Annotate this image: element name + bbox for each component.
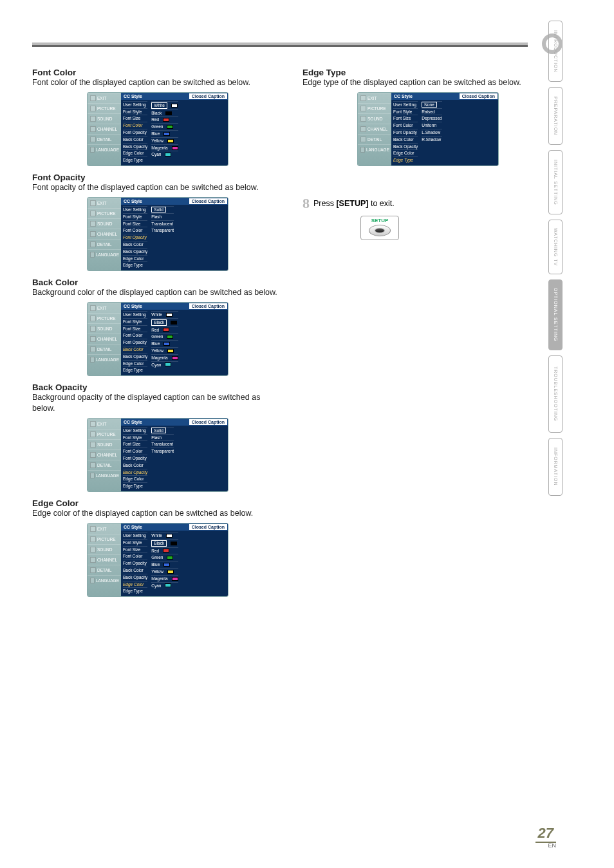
- nav-detail[interactable]: DETAIL: [88, 239, 121, 249]
- opt-translucent[interactable]: Translucent: [151, 220, 174, 227]
- nav-language[interactable]: LANGUAGE: [88, 470, 121, 480]
- item-font-style[interactable]: Font Style: [123, 434, 147, 440]
- item-edge-color[interactable]: Edge Color: [123, 149, 147, 156]
- item-font-color[interactable]: Font Color: [123, 122, 147, 128]
- opt-uniform[interactable]: Uniform: [422, 122, 442, 128]
- opt-green[interactable]: Green: [151, 123, 178, 129]
- item-font-size[interactable]: Font Size: [123, 546, 147, 552]
- item-font-color[interactable]: Font Color: [123, 227, 147, 233]
- item-font-opacity[interactable]: Font Opacity: [123, 129, 147, 135]
- opt-magenta[interactable]: Magenta: [151, 144, 178, 151]
- item-font-style[interactable]: Font Style: [123, 318, 147, 325]
- item-edge-type[interactable]: Edge Type: [123, 587, 147, 594]
- opt-green[interactable]: Green: [151, 554, 178, 560]
- item-back-color[interactable]: Back Color: [123, 136, 147, 142]
- item-font-opacity[interactable]: Font Opacity: [393, 129, 418, 135]
- item-font-opacity[interactable]: Font Opacity: [123, 234, 147, 240]
- nav-detail[interactable]: DETAIL: [88, 460, 121, 470]
- nav-sound[interactable]: SOUND: [88, 113, 121, 124]
- item-font-size[interactable]: Font Size: [393, 115, 418, 121]
- item-font-style[interactable]: Font Style: [123, 108, 147, 115]
- item-font-size[interactable]: Font Size: [123, 440, 147, 447]
- opt-magenta[interactable]: Magenta: [151, 354, 178, 361]
- nav-picture[interactable]: PICTURE: [88, 103, 121, 113]
- item-edge-color[interactable]: Edge Color: [123, 581, 147, 587]
- item-font-opacity[interactable]: Font Opacity: [123, 455, 147, 461]
- nav-picture[interactable]: PICTURE: [88, 534, 121, 544]
- item-edge-type[interactable]: Edge Type: [123, 366, 147, 373]
- opt-none[interactable]: None: [422, 101, 442, 108]
- nav-detail[interactable]: DETAIL: [88, 565, 121, 575]
- nav-sound[interactable]: SOUND: [358, 113, 391, 124]
- opt-solid[interactable]: Solid: [151, 206, 174, 212]
- item-back-color[interactable]: Back Color: [123, 567, 147, 573]
- nav-picture[interactable]: PICTURE: [88, 208, 121, 218]
- item-font-size[interactable]: Font Size: [123, 115, 147, 121]
- opt-transparent[interactable]: Transparent: [151, 227, 174, 233]
- item-user-setting[interactable]: User Setting: [123, 532, 147, 538]
- opt-red[interactable]: Red: [151, 326, 178, 333]
- nav-channel[interactable]: CHANNEL: [88, 124, 121, 134]
- opt-black[interactable]: Black: [151, 318, 178, 326]
- nav-sound[interactable]: SOUND: [88, 544, 121, 554]
- opt-white[interactable]: White: [151, 101, 178, 109]
- item-edge-type[interactable]: Edge Type: [123, 482, 147, 489]
- opt-white[interactable]: White: [151, 311, 178, 317]
- nav-exit[interactable]: EXIT: [88, 419, 121, 429]
- item-user-setting[interactable]: User Setting: [123, 427, 147, 433]
- side-tab-troubleshooting[interactable]: TROUBLESHOOTING: [548, 355, 563, 433]
- item-back-opacity[interactable]: Back Opacity: [123, 469, 147, 475]
- item-font-style[interactable]: Font Style: [393, 108, 418, 115]
- opt-yellow[interactable]: Yellow: [151, 137, 178, 144]
- item-edge-color[interactable]: Edge Color: [393, 149, 418, 156]
- item-edge-type[interactable]: Edge Type: [123, 156, 147, 163]
- nav-sound[interactable]: SOUND: [88, 218, 121, 229]
- item-back-color[interactable]: Back Color: [123, 241, 147, 247]
- item-font-size[interactable]: Font Size: [123, 220, 147, 227]
- opt-flash[interactable]: Flash: [151, 213, 174, 220]
- opt-black[interactable]: Black: [151, 109, 178, 116]
- opt-red[interactable]: Red: [151, 116, 178, 122]
- opt-blue[interactable]: Blue: [151, 340, 178, 346]
- opt-black[interactable]: Black: [151, 539, 178, 547]
- nav-sound[interactable]: SOUND: [88, 439, 121, 449]
- nav-detail[interactable]: DETAIL: [358, 134, 391, 144]
- opt-green[interactable]: Green: [151, 333, 178, 339]
- opt-transparent[interactable]: Transparent: [151, 448, 174, 454]
- side-tab-information[interactable]: INFORMATION: [548, 438, 563, 496]
- opt-lshadow[interactable]: L.Shadow: [422, 129, 442, 135]
- nav-picture[interactable]: PICTURE: [88, 429, 121, 439]
- item-edge-color[interactable]: Edge Color: [123, 360, 147, 366]
- nav-language[interactable]: LANGUAGE: [88, 144, 121, 155]
- opt-blue[interactable]: Blue: [151, 561, 178, 567]
- nav-channel[interactable]: CHANNEL: [88, 554, 121, 565]
- item-font-color[interactable]: Font Color: [123, 448, 147, 454]
- nav-exit[interactable]: EXIT: [88, 524, 121, 534]
- nav-exit[interactable]: EXIT: [88, 303, 121, 313]
- opt-yellow[interactable]: Yellow: [151, 347, 178, 354]
- item-back-color[interactable]: Back Color: [123, 346, 147, 352]
- nav-channel[interactable]: CHANNEL: [88, 229, 121, 239]
- item-back-opacity[interactable]: Back Opacity: [123, 143, 147, 149]
- nav-language[interactable]: LANGUAGE: [88, 249, 121, 259]
- nav-exit[interactable]: EXIT: [358, 93, 391, 103]
- opt-flash[interactable]: Flash: [151, 434, 174, 440]
- nav-language[interactable]: LANGUAGE: [358, 144, 391, 155]
- opt-white[interactable]: White: [151, 532, 178, 538]
- nav-exit[interactable]: EXIT: [88, 198, 121, 208]
- item-edge-type[interactable]: Edge Type: [123, 261, 147, 268]
- nav-picture[interactable]: PICTURE: [88, 313, 121, 323]
- item-back-color[interactable]: Back Color: [123, 462, 147, 468]
- item-font-color[interactable]: Font Color: [123, 332, 147, 338]
- opt-cyan[interactable]: Cyan: [151, 582, 178, 589]
- item-font-style[interactable]: Font Style: [123, 539, 147, 545]
- opt-cyan[interactable]: Cyan: [151, 151, 178, 157]
- item-edge-color[interactable]: Edge Color: [123, 255, 147, 261]
- opt-translucent[interactable]: Translucent: [151, 440, 174, 447]
- nav-channel[interactable]: CHANNEL: [358, 124, 391, 134]
- item-user-setting[interactable]: User Setting: [123, 101, 147, 108]
- nav-detail[interactable]: DETAIL: [88, 134, 121, 144]
- item-edge-color[interactable]: Edge Color: [123, 475, 147, 482]
- item-back-opacity[interactable]: Back Opacity: [123, 248, 147, 254]
- nav-language[interactable]: LANGUAGE: [88, 354, 121, 364]
